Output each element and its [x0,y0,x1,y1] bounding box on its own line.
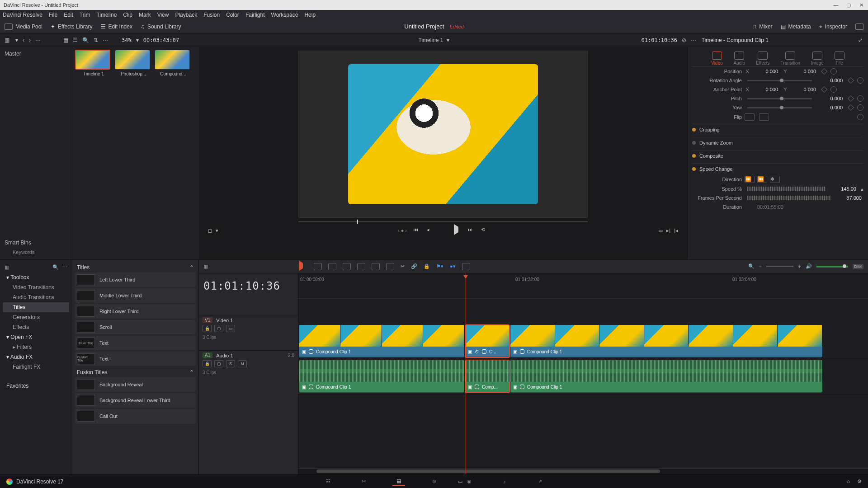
menu-timeline[interactable]: Timeline [96,12,117,18]
more-icon[interactable]: ⋯ [691,37,696,43]
clip-thumb-timeline1[interactable]: Timeline 1 [75,50,112,76]
page-deliver[interactable]: ↗ [533,477,546,486]
timeline-clip[interactable]: ▣Compound Clip 1 [510,325,822,357]
position-y-field[interactable]: 0.000 [791,68,818,75]
title-item[interactable]: Custom TitleText+ [75,352,196,366]
timeline-clip[interactable]: ▣Compound Clip 1 [510,360,822,393]
menu-fairlight[interactable]: Fairlight [245,12,265,18]
marker-icon[interactable]: ●▾ [450,263,456,269]
keyframe-button[interactable] [848,95,854,102]
timeline-scrollbar[interactable] [298,468,868,474]
reset-button[interactable] [857,77,863,84]
chevron-down-icon[interactable]: ▾ [136,37,139,43]
page-fusion[interactable]: ⊚ [428,477,440,486]
track-header-v1[interactable]: V1Video 1 🔒▢▭ 3 Clips [199,315,298,350]
razor-icon[interactable]: ✂ [401,263,405,269]
search-icon[interactable]: 🔍 [82,37,89,43]
rotation-slider[interactable] [747,80,812,81]
timeline-view-icon[interactable]: ▥ [203,263,210,270]
thumb-grid-icon[interactable]: ▦ [63,37,68,43]
page-edit[interactable]: ▤ [392,477,405,486]
menu-workspace[interactable]: Workspace [271,12,298,18]
flip-h-button[interactable] [745,113,755,121]
full-screen-button[interactable] [855,23,863,30]
bin-view-icon[interactable]: ▥ [5,37,11,43]
yaw-slider[interactable] [747,107,812,108]
page-color[interactable]: ◉ [463,477,476,486]
timeline-ruler[interactable]: 01:00:00:00 01:01:32:00 01:03:04:00 [298,273,868,299]
track-header-a1[interactable]: A1Audio 12.0 🔒▢SM 3 Clips [199,350,298,385]
match-frame-icon[interactable]: ◻ [208,228,212,234]
minimize-button[interactable]: — [833,2,839,8]
dynamic-trim-tool[interactable] [328,263,336,270]
section-composite[interactable]: Composite [692,150,863,161]
single-viewer-icon[interactable]: ▭ [658,228,663,234]
edit-index-toggle[interactable]: ☰Edit Index [101,23,132,30]
flag-icon[interactable]: ⚑▾ [436,263,443,269]
anchor-y-field[interactable]: 0.000 [791,86,818,93]
rotation-field[interactable]: 0.000 [817,77,844,84]
page-cut[interactable]: ✄ [357,477,370,486]
speed-field[interactable]: 145.00 [831,186,858,192]
bypass-icon[interactable]: ⊘ [682,37,686,43]
title-item[interactable]: Call Out [75,409,196,423]
cat-titles[interactable]: Titles [3,302,69,312]
reset-button[interactable] [830,68,837,75]
cat-audiofx[interactable]: ▾ Audio FX [3,352,69,362]
title-item[interactable]: Basic TitleText [75,336,196,350]
play-button[interactable] [454,227,461,234]
section-speed-change[interactable]: Speed Change [692,163,863,174]
cat-audio-transitions[interactable]: Audio Transitions [3,292,69,302]
auto-select-button[interactable]: ▢ [214,360,223,367]
viewer-canvas[interactable] [298,51,588,218]
zoom-search-icon[interactable]: 🔍 [748,263,755,269]
prev-icon[interactable]: ‹ [23,37,24,43]
sort-icon[interactable]: ⇅ [94,37,98,43]
menu-help[interactable]: Help [304,12,316,18]
inspector-tab-file[interactable]: File [835,52,844,66]
smart-bin-keywords[interactable]: Keywords [5,249,67,255]
position-x-field[interactable]: 0.000 [753,68,780,75]
home-button[interactable]: ⌂ [847,479,850,484]
inspector-tab-audio[interactable]: Audio [734,52,745,66]
section-dynamic-zoom[interactable]: Dynamic Zoom [692,137,863,148]
timeline-clip-selected[interactable]: ▣Comp... [465,360,509,393]
playhead[interactable] [466,273,466,474]
step-back-button[interactable]: ◂ [427,227,434,234]
reset-button[interactable] [857,104,863,111]
yaw-field[interactable]: 0.000 [817,104,844,111]
media-pool-toggle[interactable]: Media Pool [5,23,42,30]
menu-trim[interactable]: Trim [80,12,90,18]
lock-button[interactable]: 🔒 [203,325,212,332]
speed-slider[interactable] [747,187,826,191]
titles-header[interactable]: Titles⌃ [75,263,196,272]
fps-slider[interactable] [747,196,831,200]
search-icon[interactable]: 🔍 [52,264,59,271]
bin-master[interactable]: Master [0,47,72,61]
cat-openfx[interactable]: ▾ Open FX [3,332,69,342]
jump-start-button[interactable]: ⏮ [413,227,420,234]
page-fairlight[interactable]: ♪ [498,477,511,486]
reset-button[interactable] [857,95,863,102]
favorites-header[interactable]: Favorites [3,381,69,391]
thumb-list-icon[interactable]: ☰ [73,37,78,43]
blade-tool[interactable] [343,263,351,270]
zoom-slider[interactable] [766,266,793,267]
direction-rev-button[interactable]: ⏪ [757,176,767,183]
title-item[interactable]: Right Lower Third [75,304,196,319]
video-track-1[interactable]: ▣Compound Clip 1 ▣⏱C... ▣Compound Clip 1 [298,324,868,359]
duration-field[interactable]: 00:01:55:00 [745,204,785,210]
prev-edit-icon[interactable]: |◂ [674,228,678,234]
project-settings-button[interactable]: ⚙ [857,479,862,484]
flip-v-button[interactable] [759,113,769,121]
section-cropping[interactable]: Cropping [692,124,863,135]
inspector-tab-effects[interactable]: Effects [756,52,769,66]
inspector-toggle[interactable]: ⌖Inspector [819,23,847,30]
direction-fwd-button[interactable]: ⏩ [745,176,755,183]
menu-clip[interactable]: Clip [123,12,132,18]
disable-button[interactable]: ▭ [226,325,235,332]
menu-mark[interactable]: Mark [139,12,151,18]
inspector-tab-transition[interactable]: Transition [781,52,801,66]
volume-icon[interactable]: 🔊 [806,263,812,269]
title-item[interactable]: Scroll [75,320,196,334]
